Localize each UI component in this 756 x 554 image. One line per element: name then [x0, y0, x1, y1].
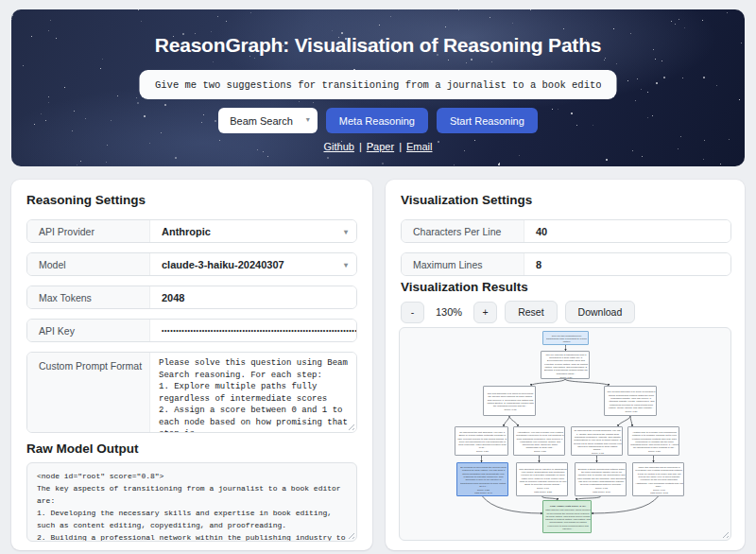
graph-node-text: To implement the second approach, you ca… — [572, 427, 623, 456]
graph-node-b3[interactable]: To implement the second approach, you ca… — [571, 426, 623, 456]
page-title: ReasonGraph: Visualisation of Reasoning … — [11, 34, 745, 57]
custom-prompt-textarea[interactable]: Please solve this question using Beam Se… — [150, 353, 356, 432]
star-dot — [106, 162, 107, 163]
star-dot — [226, 21, 227, 22]
setting-value[interactable]: Anthropic▾ — [150, 220, 356, 242]
visualization-settings-heading: Visualization Settings — [401, 193, 532, 207]
question-input[interactable] — [140, 70, 617, 99]
star-dot — [662, 61, 662, 61]
graph-node-text: The second approach is to focus on build… — [605, 387, 657, 416]
star-dot — [491, 61, 492, 62]
graph-node-c4[interactable]: While this approach can be beneficial in… — [632, 462, 684, 496]
setting-row-api-key: API Key•••••••••••••••••••••••••••••••••… — [26, 319, 357, 342]
graph-node-b4[interactable]: Another way to leverage your professiona… — [627, 426, 679, 456]
star-dot — [703, 159, 704, 160]
star-dot — [327, 157, 329, 159]
hero-link-paper[interactable]: Paper — [367, 141, 394, 152]
star-dot — [267, 156, 268, 157]
graph-node-text: The first approach is to focus on develo… — [484, 387, 536, 416]
hero-header: ReasonGraph: Visualisation of Reasoning … — [11, 9, 745, 166]
graph-edge — [531, 379, 565, 386]
star-dot — [727, 12, 728, 13]
star-dot — [138, 9, 139, 10]
star-dot — [530, 9, 531, 10]
reset-button[interactable]: Reset — [505, 301, 557, 323]
graph-edge — [592, 496, 659, 513]
setting-value[interactable]: 2048 — [150, 286, 356, 308]
star-dot — [48, 30, 49, 31]
star-dot — [117, 95, 118, 96]
setting-label: Max Tokens — [27, 286, 150, 308]
star-dot — [466, 62, 467, 63]
setting-value[interactable]: claude-3-haiku-20240307▾ — [150, 253, 356, 275]
graph-node-b1[interactable]: To implement the first approach, you can… — [455, 426, 508, 456]
star-dot — [680, 136, 681, 137]
graph-node-text: While this approach can be beneficial in… — [633, 463, 684, 496]
graph-node-c2[interactable]: This approach can be effective in showca… — [516, 462, 568, 496]
reasoning-graph-canvas[interactable]: Give me two suggestions for transitionin… — [399, 327, 731, 541]
graph-node-text: To implement the first approach, you can… — [455, 427, 508, 456]
method-select[interactable]: Beam Search ▾ — [218, 108, 318, 133]
zoom-controls: - 130% + Reset Download — [401, 301, 635, 323]
star-dot — [716, 85, 717, 86]
graph-node-c3[interactable]: Building a strong professional network w… — [575, 462, 627, 496]
setting-label: Characters Per Line — [402, 220, 524, 242]
star-dot — [682, 78, 683, 78]
reasoning-settings-card: Reasoning Settings API ProviderAnthropic… — [11, 180, 372, 550]
star-dot — [605, 58, 606, 59]
graph-node-text: Building a strong professional network w… — [576, 463, 627, 496]
graph-node-final[interactable]: Final Answer (Path Score: 2.40):Start wi… — [542, 500, 592, 533]
star-dot — [299, 101, 300, 102]
setting-row-api-provider: API ProviderAnthropic▾ — [26, 219, 357, 243]
star-dot — [684, 27, 685, 28]
star-dot — [703, 77, 705, 78]
link-separator: | — [359, 141, 362, 152]
star-dot — [379, 25, 380, 26]
visualization-results-heading: Visualization Results — [401, 280, 528, 294]
graph-edge — [509, 416, 518, 426]
star-dot — [254, 58, 255, 59]
graph-node-a2[interactable]: The second approach is to focus on build… — [604, 386, 657, 416]
star-dot — [635, 100, 636, 101]
graph-node-c1[interactable]: By focusing on developing the specific s… — [456, 462, 508, 496]
star-dot — [332, 30, 333, 31]
star-dot — [606, 159, 608, 161]
hero-link-github[interactable]: Github — [323, 141, 353, 152]
graph-node-root[interactable]: The key aspects of transitioning from a … — [541, 351, 590, 379]
star-dot — [100, 68, 101, 69]
star-dot — [563, 28, 564, 29]
hero-links: Github|Paper|Email — [11, 141, 745, 152]
setting-label: Model — [27, 253, 150, 275]
setting-label: API Provider — [27, 220, 150, 242]
setting-row-maximum-lines: Maximum Lines8 — [401, 252, 731, 276]
star-dot — [137, 102, 139, 104]
star-dot — [48, 96, 49, 97]
zoom-out-button[interactable]: - — [401, 302, 424, 323]
star-dot — [445, 26, 446, 27]
raw-output-heading: Raw Model Output — [26, 441, 139, 456]
download-button[interactable]: Download — [565, 301, 636, 323]
zoom-in-button[interactable]: + — [473, 302, 497, 323]
setting-value[interactable]: 8 — [524, 253, 730, 275]
start-reasoning-button[interactable]: Start Reasoning — [437, 108, 538, 133]
star-dot — [50, 20, 51, 21]
star-dot — [217, 16, 218, 17]
star-dot — [164, 104, 166, 106]
meta-reasoning-button[interactable]: Meta Reasoning — [326, 108, 428, 133]
star-dot — [499, 163, 500, 164]
graph-edge — [483, 496, 543, 513]
hero-link-email[interactable]: Email — [406, 141, 433, 152]
star-dot — [454, 164, 455, 165]
graph-node-a1[interactable]: The first approach is to focus on develo… — [483, 386, 536, 416]
star-dot — [458, 9, 459, 10]
setting-row-max-tokens: Max Tokens2048 — [26, 286, 357, 309]
setting-value[interactable]: 40 — [524, 220, 730, 242]
graph-node-question[interactable]: Give me two suggestions for transitionin… — [542, 331, 589, 345]
star-dot — [729, 139, 730, 140]
setting-label: API Key — [27, 320, 150, 341]
star-dot — [11, 14, 13, 16]
setting-value[interactable]: ••••••••••••••••••••••••••••••••••••••••… — [150, 320, 356, 341]
graph-node-b2[interactable]: Alternatively, you can leverage your exi… — [513, 426, 565, 456]
raw-output-box[interactable]: <node id="root" score="0.8"> The key asp… — [26, 462, 357, 542]
graph-node-text: Final Answer (Path Score: 2.40):Start wi… — [543, 501, 592, 533]
